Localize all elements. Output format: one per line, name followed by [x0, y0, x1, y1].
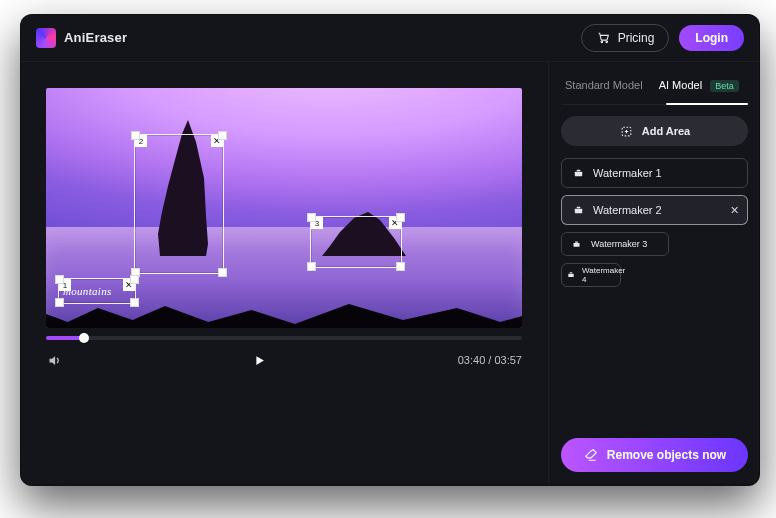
header: AniEraser Pricing Login [20, 14, 760, 62]
side-panel: Standard Model AI Model Beta Add Area [548, 62, 760, 486]
svg-rect-6 [576, 206, 580, 207]
selection-text: mountains [63, 285, 131, 297]
selection-box-1[interactable]: 1 ✕ mountains [58, 278, 136, 304]
tab-ai-label: AI Model [659, 79, 702, 91]
volume-icon[interactable] [46, 352, 62, 368]
watermaker-item[interactable]: Watermaker 1 [561, 158, 748, 188]
remove-objects-label: Remove objects now [607, 448, 726, 462]
selection-box-3[interactable]: 3 ✕ [310, 216, 402, 268]
svg-rect-3 [574, 171, 581, 176]
cart-icon [596, 30, 612, 46]
video-canvas[interactable]: 2 ✕ 3 ✕ 1 ✕ moun [46, 88, 522, 328]
watermaker-list: Watermaker 1 Watermaker 2 ✕ Watermaker 3 [561, 158, 748, 287]
watermaker-item[interactable]: Watermaker 2 ✕ [561, 195, 748, 225]
add-area-button[interactable]: Add Area [561, 116, 748, 146]
resize-handle[interactable] [396, 262, 405, 271]
login-button[interactable]: Login [679, 25, 744, 51]
selection-box-2[interactable]: 2 ✕ [134, 134, 224, 274]
resize-handle[interactable] [396, 213, 405, 222]
tab-standard-model[interactable]: Standard Model [565, 74, 643, 96]
header-actions: Pricing Login [581, 24, 744, 52]
watermark-icon [568, 236, 584, 252]
remove-objects-button[interactable]: Remove objects now [561, 438, 748, 472]
svg-point-1 [606, 41, 608, 43]
eraser-icon [583, 447, 599, 463]
svg-rect-8 [575, 241, 578, 242]
player-time: 03:40 / 03:57 [458, 354, 522, 366]
brand: AniEraser [36, 28, 127, 48]
resize-handle[interactable] [130, 298, 139, 307]
brand-name: AniEraser [64, 30, 127, 45]
watermaker-label: Watermaker 1 [593, 167, 662, 179]
watermaker-label: Watermaker 3 [591, 239, 647, 249]
tab-ai-model[interactable]: AI Model Beta [659, 74, 739, 96]
svg-rect-10 [570, 272, 573, 273]
time-duration: 03:57 [494, 354, 522, 366]
resize-handle[interactable] [218, 131, 227, 140]
main: 2 ✕ 3 ✕ 1 ✕ moun [20, 62, 760, 486]
add-area-icon [619, 123, 635, 139]
resize-handle[interactable] [130, 275, 139, 284]
svg-rect-9 [568, 274, 573, 277]
time-current: 03:40 [458, 354, 486, 366]
pricing-button[interactable]: Pricing [581, 24, 670, 52]
resize-handle[interactable] [131, 131, 140, 140]
watermark-icon [567, 267, 575, 283]
timeline-knob[interactable] [79, 333, 89, 343]
play-icon[interactable] [252, 352, 268, 368]
resize-handle[interactable] [55, 298, 64, 307]
logo-icon [36, 28, 56, 48]
add-area-label: Add Area [642, 125, 691, 137]
editor-stage: 2 ✕ 3 ✕ 1 ✕ moun [20, 62, 548, 486]
tabs-divider [561, 104, 748, 105]
watermaker-item[interactable]: Watermaker 3 [561, 232, 669, 256]
model-tabs: Standard Model AI Model Beta [565, 74, 746, 96]
watermaker-label: Watermaker 2 [593, 204, 662, 216]
player-controls: 03:40 / 03:57 [46, 352, 522, 368]
close-icon[interactable]: ✕ [730, 204, 739, 217]
watermark-icon [570, 165, 586, 181]
beta-badge: Beta [710, 80, 739, 92]
svg-point-0 [601, 41, 603, 43]
timeline[interactable] [46, 336, 522, 340]
watermaker-label: Watermaker 4 [582, 266, 625, 284]
svg-rect-4 [576, 169, 580, 170]
resize-handle[interactable] [307, 213, 316, 222]
resize-handle[interactable] [307, 262, 316, 271]
svg-rect-5 [574, 208, 581, 213]
pricing-label: Pricing [618, 31, 655, 45]
resize-handle[interactable] [55, 275, 64, 284]
app-window: AniEraser Pricing Login [20, 14, 760, 486]
watermaker-item[interactable]: Watermaker 4 [561, 263, 621, 287]
login-label: Login [695, 31, 728, 45]
resize-handle[interactable] [218, 268, 227, 277]
svg-rect-7 [573, 243, 579, 247]
watermark-icon [570, 202, 586, 218]
